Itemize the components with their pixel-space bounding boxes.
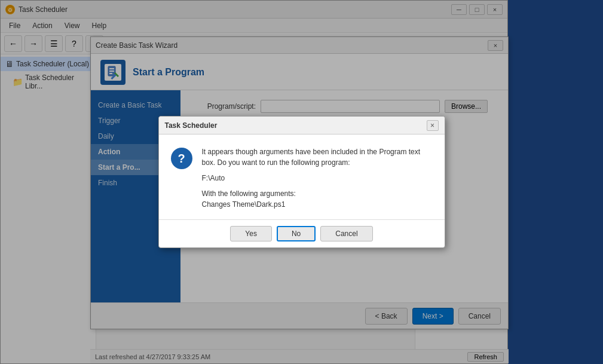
alert-dialog: Task Scheduler × ? It appears though arg… <box>158 116 445 248</box>
alert-text-content: It appears though arguments have been in… <box>202 146 433 210</box>
alert-message: It appears though arguments have been in… <box>202 148 421 167</box>
alert-icon: ? <box>171 148 192 169</box>
alert-program: F:\Auto <box>202 173 433 183</box>
alert-close-button[interactable]: × <box>427 120 439 131</box>
alert-yes-button[interactable]: Yes <box>230 226 272 241</box>
alert-body: ? It appears though arguments have been … <box>159 134 445 219</box>
alert-with-args-label: With the following arguments: <box>202 189 296 198</box>
alert-arguments-value: Changes Theme\Dark.ps1 <box>202 200 286 209</box>
alert-cancel-button[interactable]: Cancel <box>320 226 372 241</box>
alert-title-bar: Task Scheduler × <box>159 117 445 134</box>
alert-title-text: Task Scheduler <box>165 121 218 130</box>
alert-overlay: Task Scheduler × ? It appears though arg… <box>0 0 603 364</box>
alert-args-section: With the following arguments: Changes Th… <box>202 188 433 210</box>
alert-no-button[interactable]: No <box>277 226 316 241</box>
alert-program-value: F:\Auto <box>202 174 225 182</box>
alert-footer: Yes No Cancel <box>159 220 445 247</box>
